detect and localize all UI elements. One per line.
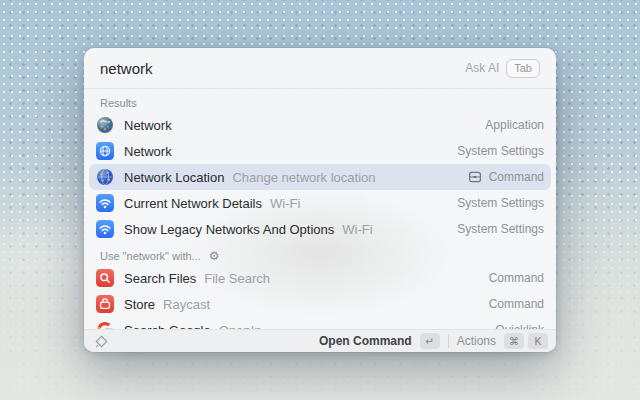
footer-bar: Open Command ↵ Actions ⌘ K bbox=[84, 329, 556, 352]
ask-ai-button[interactable]: Ask AI Tab bbox=[465, 59, 540, 78]
list-item-type: Application bbox=[485, 118, 544, 132]
list-item-type: Command bbox=[489, 271, 544, 285]
search-input[interactable] bbox=[100, 60, 465, 77]
results-list: Results NetworkApplication NetworkSystem… bbox=[84, 89, 556, 329]
cmd-key-badge: ⌘ bbox=[504, 333, 524, 349]
footer-divider bbox=[448, 335, 449, 348]
k-key-badge: K bbox=[528, 333, 548, 349]
list-item-title: Current Network Details bbox=[124, 196, 262, 211]
list-item-subtitle: OpenIn bbox=[219, 323, 262, 330]
wifi-icon bbox=[96, 194, 114, 212]
list-item-title: Network Location bbox=[124, 170, 224, 185]
list-item-title: Show Legacy Networks And Options bbox=[124, 222, 334, 237]
list-item[interactable]: StoreRaycastCommand bbox=[89, 291, 551, 317]
ask-ai-label: Ask AI bbox=[465, 61, 499, 75]
section-label-text: Use "network" with... bbox=[100, 250, 201, 262]
list-item-title: Network bbox=[124, 144, 172, 159]
network-location-icon bbox=[96, 168, 114, 186]
open-command-button[interactable]: Open Command bbox=[319, 334, 412, 348]
list-item-type: Quicklink bbox=[495, 323, 544, 329]
list-item-subtitle: Raycast bbox=[163, 297, 210, 312]
list-item[interactable]: Search FilesFile SearchCommand bbox=[89, 265, 551, 291]
list-item-type: System Settings bbox=[457, 222, 544, 236]
list-item-type: Command bbox=[489, 170, 544, 184]
network-globe-icon bbox=[96, 142, 114, 160]
list-item-title: Network bbox=[124, 118, 172, 133]
file-search-icon bbox=[96, 269, 114, 287]
list-item[interactable]: Current Network DetailsWi-FiSystem Setti… bbox=[89, 190, 551, 216]
list-item[interactable]: Search GoogleOpenInQuicklink bbox=[89, 317, 551, 329]
launcher-window: Ask AI Tab Results NetworkApplication Ne… bbox=[84, 48, 556, 352]
list-item[interactable]: Network LocationChange network location … bbox=[89, 164, 551, 190]
list-item-type: Command bbox=[489, 297, 544, 311]
section-label-text: Results bbox=[100, 97, 137, 109]
wifi-icon bbox=[96, 220, 114, 238]
list-item-title: Store bbox=[124, 297, 155, 312]
list-item-subtitle: Wi-Fi bbox=[342, 222, 372, 237]
raycast-logo-icon bbox=[94, 334, 109, 349]
list-item[interactable]: Show Legacy Networks And OptionsWi-FiSys… bbox=[89, 216, 551, 242]
list-item-title: Search Files bbox=[124, 271, 196, 286]
search-bar: Ask AI Tab bbox=[84, 48, 556, 89]
raycast-store-icon bbox=[96, 295, 114, 313]
network-app-icon bbox=[96, 116, 114, 134]
command-icon bbox=[468, 170, 482, 184]
google-icon bbox=[96, 321, 114, 329]
list-item-title: Search Google bbox=[124, 323, 211, 330]
return-key-badge: ↵ bbox=[420, 333, 440, 349]
tab-key-badge: Tab bbox=[506, 59, 540, 78]
section-label: Use "network" with...⚙ bbox=[84, 242, 556, 265]
actions-button[interactable]: Actions bbox=[457, 334, 496, 348]
list-item-type: System Settings bbox=[457, 144, 544, 158]
section-label: Results bbox=[84, 89, 556, 112]
list-item[interactable]: NetworkApplication bbox=[89, 112, 551, 138]
list-item-subtitle: Wi-Fi bbox=[270, 196, 300, 211]
list-item-type: System Settings bbox=[457, 196, 544, 210]
list-item-subtitle: Change network location bbox=[232, 170, 375, 185]
list-item-subtitle: File Search bbox=[204, 271, 270, 286]
list-item[interactable]: NetworkSystem Settings bbox=[89, 138, 551, 164]
gear-icon[interactable]: ⚙ bbox=[209, 250, 220, 262]
